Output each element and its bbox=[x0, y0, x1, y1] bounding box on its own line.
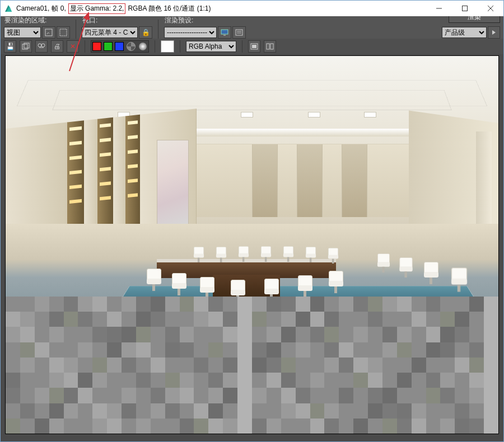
channel-green-button[interactable] bbox=[104, 42, 113, 51]
svg-rect-17 bbox=[252, 45, 256, 48]
svg-rect-12 bbox=[24, 43, 29, 48]
maximize-icon bbox=[462, 6, 468, 11]
compare-button[interactable] bbox=[35, 40, 48, 53]
window-titlebar: Camera01, 帧 0, 显示 Gamma: 2.2, RGBA 颜色 16… bbox=[1, 1, 503, 16]
main-toolbar: 要渲染的区域: 视图 视口: 四元菜单 4 - Can 🔒 渲染预设: bbox=[1, 16, 503, 39]
window-maximize-button[interactable] bbox=[452, 1, 478, 16]
svg-rect-6 bbox=[221, 30, 228, 34]
svg-rect-4 bbox=[45, 29, 52, 36]
minimize-icon bbox=[436, 6, 442, 11]
save-icon: 💾 bbox=[6, 43, 15, 50]
region-edit-button[interactable] bbox=[42, 26, 55, 39]
secondary-toolbar: 💾 🖨 ✕ RGB Alpha bbox=[1, 39, 503, 54]
viewport-select[interactable]: 四元菜单 4 - Can bbox=[82, 27, 138, 38]
auto-region-icon bbox=[59, 29, 67, 36]
preset-settings-button[interactable] bbox=[232, 26, 246, 39]
title-mode: RGBA 颜色 16 位/通道 (1:1) bbox=[128, 4, 211, 13]
svg-rect-8 bbox=[236, 30, 242, 35]
preset-select[interactable]: ------------------------- bbox=[164, 27, 217, 38]
clear-icon: ✕ bbox=[70, 43, 76, 50]
render-canvas[interactable] bbox=[5, 55, 499, 434]
save-image-button[interactable]: 💾 bbox=[4, 40, 16, 53]
layout-icon bbox=[266, 43, 274, 50]
lock-icon: 🔒 bbox=[142, 29, 150, 36]
color-swatch-button[interactable] bbox=[161, 40, 174, 53]
print-button[interactable]: 🖨 bbox=[51, 40, 63, 53]
quality-select[interactable]: 产品级 bbox=[442, 27, 487, 38]
settings-icon bbox=[235, 29, 243, 36]
channel-blue-button[interactable] bbox=[115, 42, 124, 51]
svg-rect-5 bbox=[60, 29, 67, 36]
svg-rect-1 bbox=[463, 6, 468, 11]
lock-viewport-button[interactable]: 🔒 bbox=[139, 26, 152, 39]
app-icon bbox=[4, 4, 13, 13]
title-camera: Camera01, bbox=[16, 4, 49, 12]
toggle-overlay-button[interactable] bbox=[248, 40, 260, 53]
channel-mono-button[interactable] bbox=[139, 43, 147, 50]
quality-chevron-button[interactable] bbox=[488, 26, 500, 39]
alpha-mode-select[interactable]: RGB Alpha bbox=[186, 41, 236, 52]
svg-point-14 bbox=[41, 44, 45, 47]
region-select[interactable]: 视图 bbox=[4, 27, 41, 38]
clear-button[interactable]: ✕ bbox=[67, 40, 79, 53]
close-icon bbox=[488, 6, 493, 11]
svg-point-13 bbox=[38, 44, 41, 47]
channel-red-button[interactable] bbox=[92, 42, 101, 51]
preset-monitor-button[interactable] bbox=[218, 26, 231, 39]
preset-label: 渲染预设: bbox=[164, 16, 246, 25]
rendered-scene bbox=[6, 56, 498, 313]
viewport-label: 视口: bbox=[82, 16, 152, 25]
svg-rect-19 bbox=[270, 44, 273, 49]
svg-rect-11 bbox=[22, 44, 27, 49]
clone-vfb-button[interactable] bbox=[20, 40, 32, 53]
title-frame: 帧 0, bbox=[52, 4, 66, 13]
window-minimize-button[interactable] bbox=[426, 1, 452, 16]
chevron-right-icon bbox=[491, 30, 497, 35]
title-gamma: 显示 Gamma: 2.2, bbox=[68, 3, 126, 14]
window-close-button[interactable] bbox=[478, 1, 503, 16]
compare-icon bbox=[38, 43, 45, 50]
window-list-button[interactable] bbox=[264, 40, 276, 53]
channel-alpha-button[interactable] bbox=[127, 42, 136, 51]
hand-region-icon bbox=[45, 29, 53, 36]
monitor-icon bbox=[221, 29, 228, 36]
region-auto-button[interactable] bbox=[57, 26, 70, 39]
clone-icon bbox=[22, 43, 30, 50]
region-label: 要渲染的区域: bbox=[4, 16, 70, 25]
svg-rect-18 bbox=[267, 44, 269, 49]
render-viewport-area bbox=[1, 54, 503, 441]
channel-toggles bbox=[91, 40, 149, 53]
render-unfinished-region bbox=[6, 297, 498, 434]
print-icon: 🖨 bbox=[54, 43, 60, 50]
overlay-icon bbox=[250, 43, 258, 50]
